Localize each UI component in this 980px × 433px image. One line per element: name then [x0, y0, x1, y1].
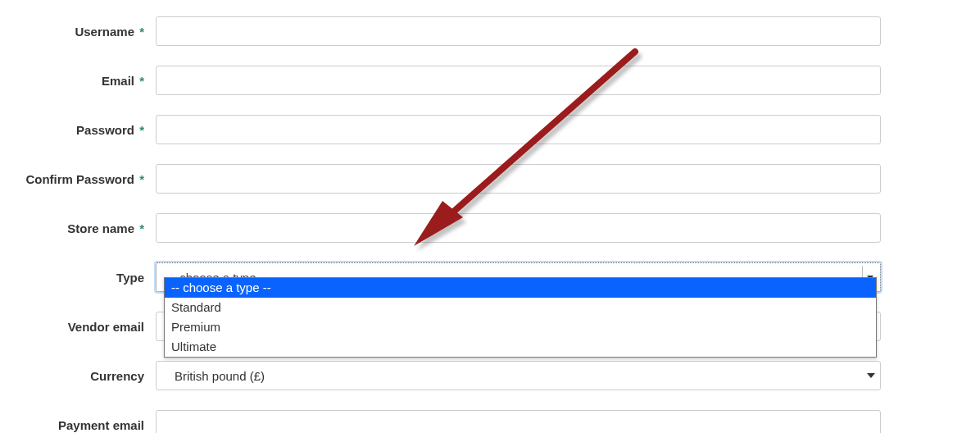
- label-text: Password: [76, 123, 134, 137]
- label-payment-email: Payment email: [0, 418, 156, 432]
- label-text: Type: [116, 271, 144, 285]
- required-asterisk: *: [139, 74, 144, 88]
- confirm-password-input[interactable]: [156, 164, 881, 194]
- email-input[interactable]: [156, 66, 881, 95]
- label-email: Email *: [0, 74, 156, 88]
- row-email: Email *: [0, 56, 980, 105]
- row-username: Username *: [0, 7, 980, 56]
- row-store-name: Store name *: [0, 203, 980, 253]
- username-input[interactable]: [156, 16, 881, 46]
- caret-down-icon: [867, 373, 875, 378]
- required-asterisk: *: [139, 123, 144, 137]
- required-asterisk: *: [139, 221, 144, 235]
- payment-email-input[interactable]: [156, 410, 881, 433]
- required-asterisk: *: [139, 172, 144, 186]
- label-vendor-email: Vendor email: [0, 320, 156, 334]
- row-confirm-password: Confirm Password *: [0, 154, 980, 203]
- label-password: Password *: [0, 123, 156, 137]
- required-asterisk: *: [139, 25, 144, 39]
- type-dropdown-listbox[interactable]: -- choose a type --StandardPremiumUltima…: [164, 277, 877, 358]
- label-text: Email: [102, 74, 134, 88]
- type-option[interactable]: Ultimate: [165, 337, 876, 357]
- label-confirm-password: Confirm Password *: [0, 172, 156, 186]
- row-payment-email: Payment email: [0, 400, 980, 433]
- type-option[interactable]: Premium: [165, 317, 876, 337]
- type-option[interactable]: Standard: [165, 298, 876, 317]
- currency-select-value: British pound (£): [168, 369, 265, 383]
- label-text: Payment email: [58, 418, 144, 432]
- password-input[interactable]: [156, 115, 881, 144]
- label-text: Confirm Password: [25, 172, 134, 186]
- label-username: Username *: [0, 25, 156, 39]
- type-option[interactable]: -- choose a type --: [165, 278, 876, 298]
- label-type: Type: [0, 271, 156, 285]
- currency-select[interactable]: British pound (£): [156, 361, 881, 390]
- label-text: Store name: [67, 221, 134, 235]
- row-currency: Currency British pound (£): [0, 351, 980, 400]
- row-password: Password *: [0, 105, 980, 154]
- label-store-name: Store name *: [0, 221, 156, 235]
- label-text: Username: [75, 25, 134, 39]
- store-name-input[interactable]: [156, 213, 881, 243]
- label-text: Vendor email: [68, 320, 144, 334]
- label-currency: Currency: [0, 369, 156, 383]
- label-text: Currency: [90, 369, 144, 383]
